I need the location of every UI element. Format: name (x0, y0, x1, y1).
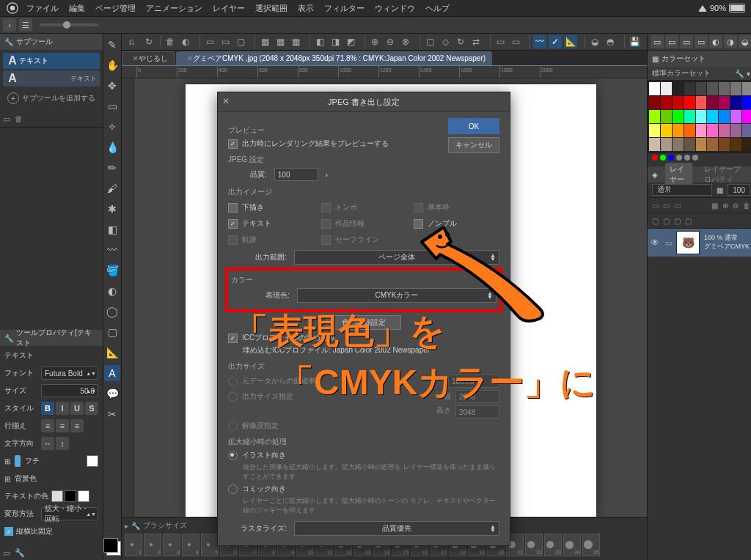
menu-filter[interactable]: フィルター (324, 3, 364, 14)
cmd-btn[interactable]: ⊗ (399, 35, 412, 48)
quality-input[interactable]: 100 (274, 168, 318, 181)
menu-file[interactable]: ファイル (26, 3, 59, 14)
fill-tool[interactable]: 🪣 (104, 262, 120, 279)
color-dot[interactable] (676, 155, 682, 161)
shape-tool[interactable]: ◯ (104, 303, 120, 320)
menu-layer[interactable]: レイヤー (213, 3, 245, 14)
color-swatch[interactable] (707, 82, 718, 95)
cmd-btn[interactable]: ◨ (329, 35, 342, 48)
gradient-tool[interactable]: ◐ (104, 283, 120, 299)
color-swatch[interactable] (696, 138, 707, 151)
swatch[interactable] (65, 490, 76, 502)
color-swatch[interactable] (649, 82, 660, 95)
panel-btn[interactable]: ◑ (724, 35, 737, 48)
align-left[interactable]: ≡ (41, 419, 54, 432)
color-dot[interactable] (652, 155, 658, 161)
layer-btn[interactable]: 🗑 (743, 202, 750, 210)
cmd-btn[interactable]: ▦ (274, 35, 287, 48)
color-swatch[interactable] (649, 96, 660, 109)
trash-icon[interactable]: 🗑 (15, 114, 23, 124)
menu-help[interactable]: ヘルプ (425, 3, 450, 14)
color-swatch[interactable] (707, 124, 718, 137)
color-swatch[interactable] (742, 124, 751, 137)
layer-btn[interactable]: ▢ (652, 217, 659, 225)
layer-btn[interactable]: ▭ (674, 202, 681, 210)
add-subtool[interactable]: +サブツールを追加する (3, 88, 100, 108)
cmd-btn[interactable]: 🗑 (164, 35, 177, 48)
panel-btn[interactable]: ◒ (739, 35, 751, 48)
color-swatch[interactable] (649, 110, 660, 123)
color-swatch[interactable] (673, 96, 684, 109)
select-tool[interactable]: ▭ (104, 98, 120, 114)
comic-radio[interactable]: コミック向き (228, 484, 499, 494)
outrange-select[interactable]: ページ全体▲▼ (294, 250, 499, 265)
color-swatch[interactable] (661, 82, 672, 95)
subtool-text-row[interactable]: Aテキスト (3, 53, 100, 69)
color-swatch[interactable] (673, 124, 684, 137)
brush-size-cell[interactable]: 3 (163, 534, 180, 556)
color-swatch[interactable] (684, 138, 695, 151)
cmd-btn[interactable]: 💾 (628, 35, 641, 48)
color-swatch[interactable] (719, 110, 730, 123)
color-swatch[interactable] (742, 138, 751, 151)
pen-tool[interactable]: ✎ (104, 37, 120, 53)
blend-tool[interactable]: 〰 (104, 242, 120, 258)
layer-btn[interactable]: ▢ (685, 217, 692, 225)
swatch[interactable] (78, 490, 89, 502)
color-swatch[interactable] (730, 82, 741, 95)
menu-window[interactable]: ウィンドウ (375, 3, 415, 14)
cmd-btn[interactable]: ✓ (549, 35, 562, 48)
layerprop-tab[interactable]: レイヤープロパティ (700, 163, 750, 186)
panel-btn[interactable]: ▭ (665, 35, 678, 48)
doc-tab-1[interactable]: ✕やじるし (122, 51, 175, 65)
brush-size-cell[interactable]: 5 (201, 534, 219, 556)
layer-btn[interactable]: ▦ (711, 202, 718, 210)
color-swatch[interactable] (730, 110, 741, 123)
quality-arrow[interactable]: › (326, 171, 328, 179)
opt-check[interactable]: セーフライン (321, 235, 407, 245)
transform-select[interactable]: 拡大・縮小・回転▲▼ (41, 507, 98, 520)
color-swatch[interactable] (661, 110, 672, 123)
color-dot[interactable] (692, 155, 698, 161)
brush-size-cell[interactable]: 25 (582, 534, 600, 556)
color-swatch[interactable] (730, 124, 741, 137)
color-swatch[interactable] (661, 124, 672, 137)
subtool-text-row2[interactable]: Aテキスト (3, 70, 100, 86)
cmd-btn[interactable]: ▭ (494, 35, 507, 48)
panel-btn[interactable]: ▭ (695, 35, 708, 48)
cmd-btn[interactable]: ↻ (142, 35, 155, 48)
illust-radio[interactable]: イラスト向き (228, 450, 499, 460)
color-swatch[interactable] (742, 82, 751, 95)
menu-animation[interactable]: アニメーション (146, 3, 202, 14)
font-select[interactable]: Futura Bold▲▼ (41, 366, 98, 380)
cmd-btn[interactable]: 📐 (564, 35, 577, 48)
eye-icon[interactable]: 👁 (651, 237, 661, 248)
cmd-btn[interactable]: ⇄ (469, 35, 483, 48)
align-right[interactable]: ≡ (70, 419, 84, 432)
cmd-btn[interactable]: 〰 (533, 35, 546, 48)
hand-tool[interactable]: ✋ (104, 57, 120, 73)
cmd-btn[interactable]: ⎌ (125, 35, 138, 48)
size-radio[interactable]: 出力サイズ指定幅2048 (228, 390, 499, 403)
panel-btn[interactable]: ◐ (709, 35, 722, 48)
close-icon[interactable]: ✕ (133, 55, 139, 62)
color-swatch[interactable] (696, 110, 707, 123)
layer-btn[interactable]: ⊕ (722, 202, 728, 210)
cmd-btn[interactable]: ⊖ (384, 35, 397, 48)
cmd-btn[interactable]: ◓ (604, 35, 617, 48)
tool-btn[interactable]: ☰ (19, 18, 32, 32)
layer-btn[interactable]: ▭ (652, 202, 659, 210)
bold-toggle[interactable]: B (41, 402, 54, 415)
zoom-slider[interactable] (40, 23, 98, 26)
strike-toggle[interactable]: S (85, 402, 98, 415)
dir-h[interactable]: ↔ (41, 437, 54, 450)
swatch[interactable] (51, 490, 63, 502)
scale-radio[interactable]: 元データからの拡縮率100.00 (228, 375, 499, 388)
color-swatch[interactable] (649, 138, 660, 151)
color-dot[interactable] (660, 155, 666, 161)
cmd-btn[interactable]: ◐ (179, 35, 192, 48)
cmd-btn[interactable]: ⊕ (368, 35, 381, 48)
wrench-icon[interactable]: 🔧 (735, 70, 744, 78)
color-swatch[interactable] (707, 110, 718, 123)
move-tool[interactable]: ✥ (104, 78, 120, 94)
